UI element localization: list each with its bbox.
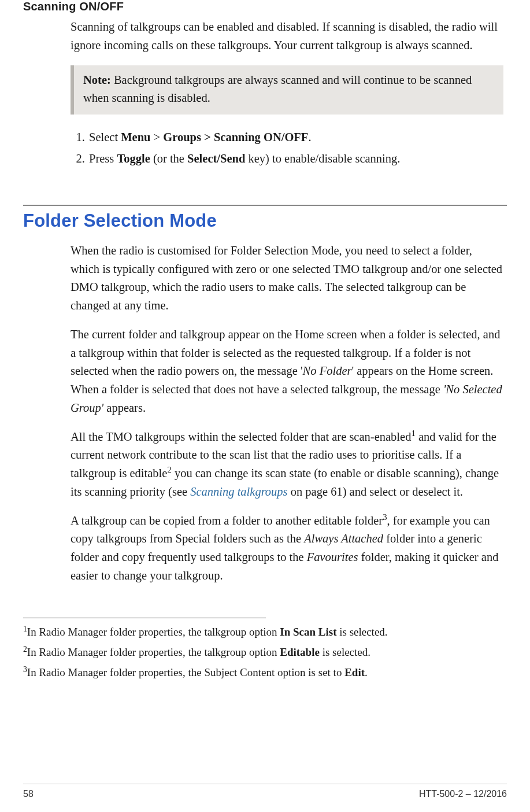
footnote-3-num: 3 [23, 665, 27, 674]
footnote-1-b: In Scan List [280, 626, 336, 638]
fsm-p3-a: All the TMO talkgroups within the select… [71, 430, 411, 443]
fsm-p3: All the TMO talkgroups within the select… [71, 428, 503, 501]
step-2: Press Toggle (or the Select/Send key) to… [88, 149, 503, 169]
fsm-p2-e: appears. [103, 401, 146, 414]
fsm-p4-favourites: Favourites [307, 551, 358, 563]
heading-scanning-onoff: Scanning ON/OFF [23, 0, 507, 13]
footnote-2-c: is selected. [320, 646, 370, 658]
fsm-p4: A talkgroup can be copied from a folder … [71, 512, 503, 585]
note-box: Note: Background talkgroups are always s… [71, 65, 503, 115]
step1-menu: Menu [121, 131, 150, 143]
doc-id: HTT-500-2 – 12/2016 [419, 789, 507, 799]
footnote-divider [23, 618, 266, 618]
step1-path: Groups > Scanning ON/OFF [163, 131, 308, 143]
footnote-1-num: 1 [23, 624, 27, 633]
fsm-p3-d: on page 61) and select or deselect it. [288, 485, 463, 498]
fsm-p2: The current folder and talkgroup appear … [71, 326, 503, 418]
step1-text-e: . [308, 131, 311, 143]
step1-text-a: Select [89, 131, 121, 143]
step2-text-e: key) to enable/disable scanning. [245, 152, 400, 165]
page-number: 58 [23, 789, 34, 799]
para-scanning-intro: Scanning of talkgroups can be enabled an… [71, 18, 503, 55]
note-label: Note: [83, 73, 111, 86]
footnote-1-a: In Radio Manager folder properties, the … [27, 626, 280, 638]
steps-list: Select Menu > Groups > Scanning ON/OFF. … [71, 127, 503, 169]
footnote-2-b: Editable [280, 646, 320, 658]
footnote-3-a: In Radio Manager folder properties, the … [27, 666, 344, 678]
footnote-3-c: . [365, 666, 368, 678]
link-scanning-talkgroups[interactable]: Scanning talkgroups [190, 485, 287, 498]
footnote-2-a: In Radio Manager folder properties, the … [27, 646, 280, 658]
page-footer: 58 HTT-500-2 – 12/2016 [23, 784, 507, 799]
step2-toggle: Toggle [117, 152, 150, 165]
footnote-2: 2In Radio Manager folder properties, the… [23, 643, 507, 661]
step-1: Select Menu > Groups > Scanning ON/OFF. [88, 127, 503, 147]
step2-text-a: Press [89, 152, 117, 165]
heading-folder-selection-mode: Folder Selection Mode [23, 211, 507, 231]
fsm-p4-always-attached: Always Attached [304, 532, 383, 545]
footnote-3-b: Edit [344, 666, 365, 678]
fsm-p2-nofolder: No Folder [303, 364, 352, 377]
section-divider [23, 205, 507, 206]
footnote-1-c: is selected. [336, 626, 387, 638]
footnote-ref-3: 3 [383, 512, 387, 522]
footnote-ref-1: 1 [411, 429, 415, 438]
footnote-1: 1In Radio Manager folder properties, the… [23, 623, 507, 641]
footnote-ref-2: 2 [167, 465, 171, 474]
fsm-p4-a: A talkgroup can be copied from a folder … [71, 514, 383, 527]
step2-text-c: (or the [150, 152, 187, 165]
step2-selectsend: Select/Send [187, 152, 245, 165]
fsm-p1: When the radio is customised for Folder … [71, 242, 503, 315]
footnote-2-num: 2 [23, 645, 27, 654]
footnote-3: 3In Radio Manager folder properties, the… [23, 663, 507, 681]
step1-text-c: > [150, 131, 163, 143]
footnotes-block: 1In Radio Manager folder properties, the… [23, 623, 507, 682]
note-body: Background talkgroups are always scanned… [83, 73, 472, 105]
